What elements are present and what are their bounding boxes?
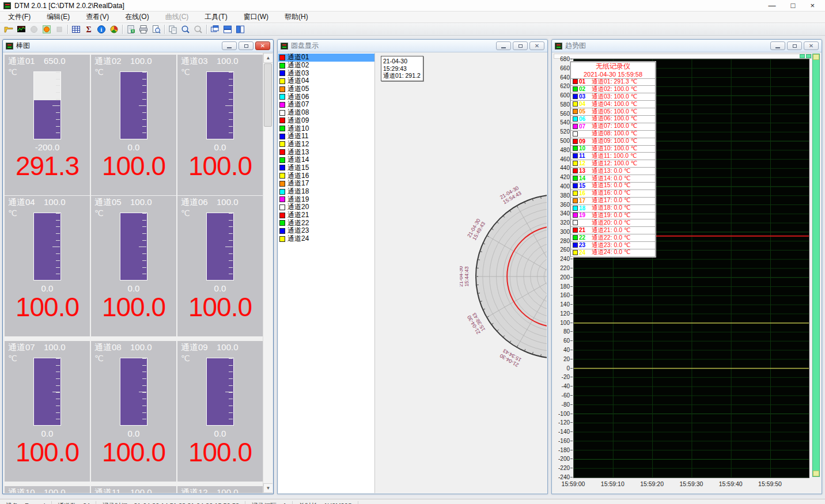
export-icon[interactable]: X (124, 24, 137, 35)
trend-y-tick-label: 120 (552, 310, 570, 317)
trend-y-tick-label: -180 (552, 447, 570, 453)
channel-color-swatch (279, 86, 285, 92)
zoom-icon[interactable] (179, 24, 192, 35)
record-icon[interactable] (40, 24, 53, 35)
disc-display-window: 圆盘显示 ✕ 通道01通道02通道03通道04通道05通道06通道07通道08通… (277, 39, 548, 494)
channel-color-swatch (279, 173, 285, 179)
trend-close-button[interactable]: ✕ (804, 41, 819, 50)
trend-x-tick-label: 15:59:50 (753, 480, 788, 487)
gauge-header: 通道04100.0 (8, 197, 86, 208)
trend-y-tick-label: -80 (552, 401, 570, 408)
disc-window-titlebar[interactable]: 圆盘显示 ✕ (278, 40, 547, 52)
app-close-button[interactable]: × (810, 1, 815, 10)
trend-y-tick-label: 680 (552, 56, 570, 62)
menu-item-0[interactable]: 文件(F) (0, 11, 39, 23)
legend-channel-number: 03 (579, 93, 589, 100)
trend-vertical-scrollbar[interactable] (812, 54, 820, 477)
mdi-workspace: 棒图 ✕ 通道01650.0℃-200.0291.3通道02100.0℃0.01… (0, 36, 825, 499)
app-minimize-button[interactable]: — (769, 1, 776, 10)
trend-y-tick-label: -220 (552, 465, 570, 471)
svg-text:21-04-3015:44:43: 21-04-3015:44:43 (460, 266, 470, 287)
bar-close-button[interactable]: ✕ (255, 41, 270, 50)
trend-window-titlebar[interactable]: 趋势图 ✕ (552, 40, 822, 52)
legend-channel-number: 16 (579, 190, 589, 196)
channel-list-item-通道24[interactable]: 通道24 (278, 235, 374, 243)
trend-minimize-button[interactable] (770, 41, 785, 50)
bar-maximize-button[interactable] (239, 41, 253, 50)
vscroll-button-top[interactable] (813, 54, 819, 60)
trend-y-tick-label: 540 (552, 119, 570, 126)
pie-chart-icon[interactable] (108, 24, 120, 35)
trend-y-tick-label: 260 (552, 247, 570, 253)
trend-y-tick-label: 300 (552, 229, 570, 235)
scroll-up-arrow[interactable]: ▲ (263, 53, 273, 63)
menu-item-6[interactable]: 窗口(W) (236, 11, 277, 23)
data-table-icon[interactable] (70, 24, 82, 35)
disc-window-body: 通道01通道02通道03通道04通道05通道06通道07通道08通道09通道10… (278, 53, 547, 493)
disc-minimize-button[interactable] (496, 41, 511, 50)
trend-horizontal-scrollbar[interactable] (554, 54, 812, 59)
scroll-down-arrow[interactable]: ▼ (263, 483, 273, 493)
disc-maximize-button[interactable] (513, 41, 528, 50)
bar-gauge-panel-通道12: 通道12100.0℃0.0100.0 (177, 486, 263, 493)
trend-y-tick-label: 520 (552, 128, 570, 135)
menu-item-5[interactable]: 工具(T) (196, 11, 235, 23)
data-tooltip: 21-04-30 15:29:43 通道01: 291.2 (381, 56, 423, 81)
gauge-channel-name: 通道03 (181, 56, 213, 67)
app-maximize-button[interactable]: □ (791, 1, 796, 10)
legend-channel-value: 通道17: 0.0 ℃ (592, 196, 631, 204)
statistics-sigma-icon[interactable]: Σ (82, 24, 95, 35)
cascade-windows-icon[interactable] (209, 24, 221, 35)
trend-chart-window: 趋势图 ✕ 6806606406206005805605405205004804… (551, 39, 822, 494)
trend-y-tick-label: 40 (552, 347, 570, 353)
legend-channel-number: 13 (579, 168, 589, 174)
legend-color-swatch (573, 242, 578, 248)
hscroll-thumb[interactable] (800, 54, 805, 58)
bar-vertical-scrollbar[interactable]: ▲ ▼ (263, 53, 273, 493)
legend-channel-number: 06 (579, 116, 589, 122)
vscroll-button-bottom[interactable] (813, 471, 819, 476)
channel-color-swatch (279, 236, 285, 242)
trend-y-tick-label: 600 (552, 92, 570, 98)
legend-color-swatch (573, 228, 578, 233)
scrollbar-thumb[interactable] (264, 63, 272, 127)
tile-horizontal-icon[interactable] (221, 24, 234, 35)
menu-item-7[interactable]: 帮助(H) (277, 11, 316, 23)
gauge-current-value: 100.0 (91, 291, 176, 323)
bar-window-titlebar[interactable]: 棒图 ✕ (3, 40, 273, 52)
legend-channel-number: 15 (579, 183, 589, 189)
gauge-max-value: 100.0 (217, 56, 239, 67)
copy-icon[interactable] (166, 24, 179, 35)
gauge-header: 通道11100.0 (94, 487, 173, 493)
hscroll-button[interactable] (806, 54, 811, 58)
gauge-max-value: 100.0 (130, 56, 152, 67)
legend-color-swatch (573, 139, 578, 144)
print-preview-icon[interactable] (150, 24, 162, 35)
legend-channel-value: 通道19: 0.0 ℃ (592, 211, 631, 219)
bar-minimize-button[interactable] (222, 41, 237, 50)
info-icon[interactable]: i (95, 24, 108, 35)
trend-window-icon (555, 43, 562, 50)
svg-text:21-04-3015:49:43: 21-04-3015:49:43 (466, 218, 486, 241)
open-folder-icon[interactable] (2, 24, 15, 35)
realtime-chart-icon[interactable] (15, 24, 28, 35)
tile-vertical-icon[interactable] (234, 24, 247, 35)
menu-item-3[interactable]: 在线(O) (117, 11, 157, 23)
gauge-header: 通道05100.0 (94, 197, 173, 208)
trend-y-tick-label: 240 (552, 256, 570, 262)
legend-row-12: 12通道12: 100.0 ℃ (571, 160, 655, 167)
disc-close-button[interactable]: ✕ (529, 41, 544, 50)
legend-color-swatch (573, 176, 578, 181)
gauge-channel-name: 通道04 (8, 197, 40, 208)
channel-color-swatch (279, 213, 285, 218)
legend-color-swatch (573, 213, 578, 218)
print-icon[interactable] (137, 24, 150, 35)
channel-color-swatch (279, 228, 285, 234)
legend-channel-value: 通道03: 100.0 ℃ (592, 93, 638, 101)
menu-item-1[interactable]: 编辑(E) (39, 11, 78, 23)
gauge-track (120, 71, 147, 139)
trend-maximize-button[interactable] (787, 41, 802, 50)
bar-gauge-panel-通道08: 通道08100.0℃0.0100.0 (91, 341, 176, 482)
menu-item-2[interactable]: 查看(V) (78, 11, 117, 23)
legend-row-04: 04通道04: 100.0 ℃ (571, 100, 655, 108)
